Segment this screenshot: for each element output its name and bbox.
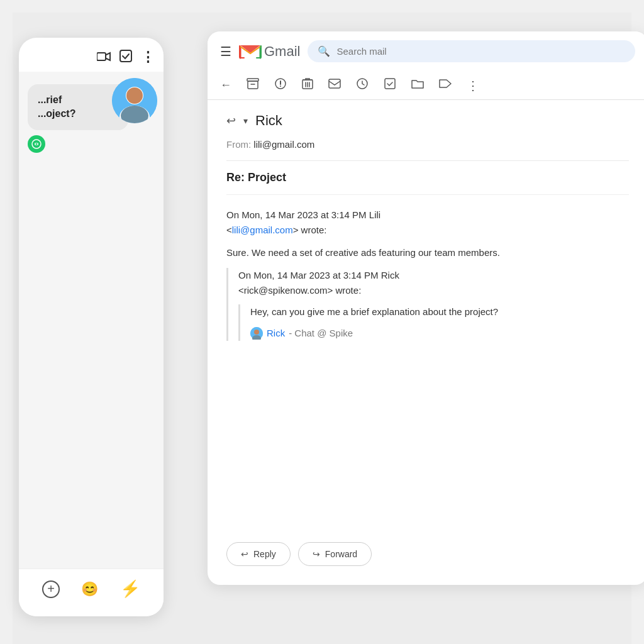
- quote-header-text: On Mon, 14 Mar 2023 at 3:14 PM Lili: [226, 209, 380, 220]
- svg-rect-1: [120, 50, 131, 62]
- back-icon[interactable]: ←: [218, 76, 234, 94]
- delete-icon[interactable]: [299, 75, 316, 96]
- spike-avatar: [250, 327, 263, 340]
- email-subject: Re: Project: [226, 171, 629, 195]
- reply-label: Reply: [253, 549, 276, 559]
- inner-quote-address: <rick@spikenow.com> wrote:: [238, 285, 361, 296]
- svg-rect-12: [248, 81, 258, 89]
- clock-icon[interactable]: [353, 75, 371, 96]
- hamburger-menu-icon[interactable]: ☰: [220, 44, 231, 59]
- quote-wrote: > wrote:: [293, 225, 327, 235]
- svg-rect-13: [247, 79, 258, 81]
- gmail-logo: Gmail: [239, 43, 300, 60]
- dropdown-arrow-icon[interactable]: ▾: [243, 116, 248, 126]
- svg-point-15: [280, 86, 281, 87]
- quote-header-bracket: <: [226, 225, 232, 235]
- gmail-header: ☰ Gmail: [208, 31, 644, 71]
- label-icon[interactable]: [436, 76, 454, 94]
- mobile-message-area: ...rief ...oject?: [19, 72, 164, 569]
- gmail-logo-text: Gmail: [264, 43, 300, 60]
- video-icon[interactable]: [97, 50, 111, 65]
- scene: ⋮ ...rief ...oject?: [13, 13, 631, 644]
- folder-icon[interactable]: [409, 75, 426, 95]
- search-icon: 🔍: [318, 45, 330, 57]
- spike-name: Rick: [267, 326, 285, 341]
- inner-quote-content: Hey, can you give me a brief explanation…: [238, 304, 629, 341]
- email-recipient: Rick: [255, 113, 282, 129]
- plus-icon: +: [47, 582, 55, 596]
- reply-button[interactable]: ↩ Reply: [226, 542, 291, 566]
- lightning-icon[interactable]: ⚡: [120, 579, 140, 599]
- bubble-line1: ...rief: [38, 93, 118, 107]
- reply-icon: ↩: [241, 549, 248, 559]
- inner-quote-header: On Mon, 14 Mar 2023 at 3:14 PM Rick <ric…: [238, 268, 629, 298]
- spike-chat-label: - Chat @ Spike: [289, 326, 353, 341]
- gmail-panel: ☰ Gmail: [208, 31, 644, 585]
- tasks-icon[interactable]: [381, 75, 399, 96]
- emoji-icon[interactable]: 😊: [81, 581, 98, 597]
- reply-arrow-icon[interactable]: ↩: [226, 114, 236, 128]
- svg-rect-0: [97, 53, 106, 60]
- spike-attribution: Rick - Chat @ Spike: [250, 326, 629, 341]
- quote-header: On Mon, 14 Mar 2023 at 3:14 PM Lili <lil…: [226, 208, 629, 238]
- inner-quote-header-text: On Mon, 14 Mar 2023 at 3:14 PM Rick: [238, 270, 399, 280]
- more-vertical-icon[interactable]: ⋮: [141, 49, 155, 65]
- svg-point-9: [36, 143, 38, 145]
- add-button[interactable]: +: [42, 580, 60, 598]
- mobile-panel: ⋮ ...rief ...oject?: [19, 38, 164, 616]
- seen-indicator: [28, 135, 164, 153]
- forward-icon: ↪: [313, 549, 320, 559]
- bubble-line2: ...oject?: [38, 107, 118, 121]
- gmail-toolbar: ← ⋮: [208, 71, 644, 100]
- email-subject-row: ↩ ▾ Rick: [226, 113, 629, 129]
- email-body: On Mon, 14 Mar 2023 at 3:14 PM Lili <lil…: [226, 208, 629, 341]
- inner-quote-block: On Mon, 14 Mar 2023 at 3:14 PM Rick <ric…: [226, 268, 629, 341]
- spam-icon[interactable]: [272, 75, 289, 96]
- search-input[interactable]: [336, 46, 625, 57]
- more-icon[interactable]: ⋮: [464, 75, 482, 96]
- archive-icon[interactable]: [244, 75, 262, 96]
- svg-rect-19: [385, 79, 395, 89]
- lili-response: Sure. We need a set of creative ads feat…: [226, 247, 500, 258]
- quote-email-link[interactable]: lili@gmail.com: [232, 225, 293, 235]
- checkbox-icon[interactable]: [119, 50, 132, 65]
- forward-button[interactable]: ↪ Forward: [298, 542, 372, 566]
- inner-quote-body: Hey, can you give me a brief explanation…: [250, 304, 629, 319]
- avatar-container: [112, 78, 157, 123]
- gmail-search-bar[interactable]: 🔍: [308, 40, 635, 62]
- from-label: From:: [226, 139, 253, 150]
- email-content: ↩ ▾ Rick From: lili@gmail.com Re: Projec…: [208, 100, 644, 530]
- svg-rect-17: [329, 79, 340, 88]
- svg-point-21: [254, 330, 259, 335]
- quote-body-text: Sure. We need a set of creative ads feat…: [226, 245, 629, 260]
- from-address: lili@gmail.com: [253, 139, 314, 150]
- avatar: [112, 78, 157, 123]
- seen-icon: [28, 135, 45, 153]
- forward-label: Forward: [325, 549, 357, 559]
- email-icon[interactable]: [326, 76, 343, 94]
- email-actions: ↩ Reply ↪ Forward: [208, 530, 644, 585]
- email-from-row: From: lili@gmail.com: [226, 139, 629, 161]
- mobile-footer: + 😊 ⚡: [19, 569, 164, 616]
- mobile-header: ⋮: [19, 38, 164, 72]
- svg-point-5: [126, 87, 143, 104]
